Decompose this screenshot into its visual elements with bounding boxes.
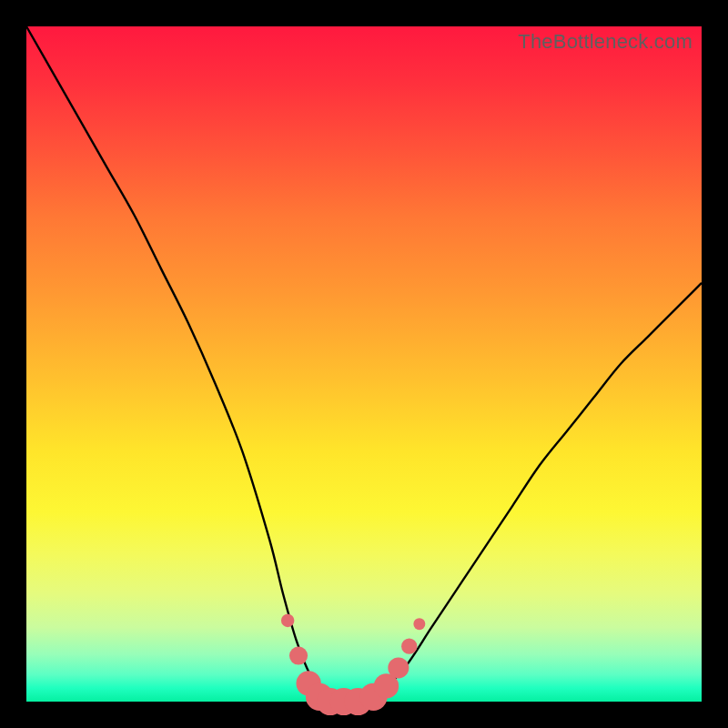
plot-area: TheBottleneck.com <box>26 26 702 702</box>
valley-marker <box>388 657 409 678</box>
valley-marker <box>281 614 294 627</box>
outer-frame: TheBottleneck.com <box>0 0 728 728</box>
curve-path <box>26 26 702 703</box>
valley-markers <box>281 614 425 715</box>
valley-marker <box>289 646 308 664</box>
valley-marker <box>413 618 425 630</box>
bottleneck-curve <box>26 26 702 702</box>
valley-marker <box>401 639 417 654</box>
